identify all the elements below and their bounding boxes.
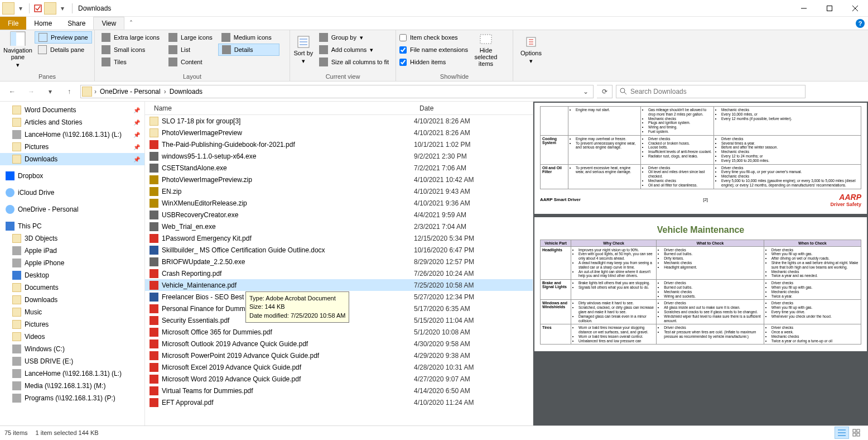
refresh-button[interactable]: ⟳ (597, 85, 613, 98)
nav-item[interactable]: USB DRIVE (E:) (0, 355, 144, 367)
file-row[interactable]: Virtual Teams for Dummies.pdf4/14/2020 6… (145, 385, 533, 396)
breadcrumb-seg-onedrive[interactable]: OneDrive - Personal (98, 88, 163, 95)
hidden-items-toggle[interactable]: Hidden items (399, 56, 468, 68)
nav-item[interactable]: Pictures (0, 318, 144, 331)
qat-dropdown-icon[interactable]: ▾ (16, 3, 26, 13)
nav-item[interactable]: Pictures📌 (0, 141, 144, 153)
file-row[interactable]: Vehicle_Maintenance.pdf7/25/2020 10:58 A… (145, 279, 533, 291)
file-row[interactable]: Security Essentials.pdf5/15/2020 11:04 A… (145, 314, 533, 326)
nav-item[interactable]: Music (0, 306, 144, 318)
nav-item[interactable]: Programs (\\192.168.1.31) (P:) (0, 392, 144, 404)
add-columns-button[interactable]: Add columns ▾ (316, 44, 392, 56)
file-row[interactable]: Microsoft PowerPoint 2019 Advance Quick … (145, 350, 533, 361)
column-name[interactable]: Name (150, 104, 415, 112)
nav-item[interactable]: LanceHome (\\192.168.1.31) (L:)📌 (0, 128, 144, 141)
properties-icon[interactable] (33, 3, 43, 13)
file-row[interactable]: PhotoViewerImagePreview.zip4/10/2021 10:… (145, 174, 533, 185)
breadcrumb[interactable]: › OneDrive - Personal › Downloads ⌄ (80, 85, 594, 98)
sort-by-button[interactable]: Sort by▾ (293, 31, 314, 68)
details-view-icon[interactable] (835, 427, 849, 439)
breadcrumb-dropdown-icon[interactable]: ⌄ (580, 88, 592, 95)
hide-selected-button[interactable]: Hide selected items (470, 31, 501, 68)
breadcrumb-seg-downloads[interactable]: Downloads (167, 88, 205, 95)
recent-locations-button[interactable]: ▾ (42, 84, 58, 99)
details-pane-button[interactable]: Details pane (35, 44, 92, 56)
minimize-button[interactable] (791, 0, 817, 17)
file-row[interactable]: The-Paid-Publishing-Guidebook-for-2021.p… (145, 138, 533, 150)
options-button[interactable]: Options▾ (517, 31, 546, 68)
nav-item[interactable]: Word Documents📌 (0, 104, 144, 116)
small-icons-button[interactable]: Small icons (98, 44, 163, 56)
column-date[interactable]: Date (415, 104, 504, 112)
help-button[interactable]: ? (852, 17, 868, 30)
ribbon-collapse-icon[interactable]: ˄ (124, 17, 138, 30)
file-row[interactable]: Microsoft Outlook 2019 Advance Quick Gui… (145, 338, 533, 350)
nav-item[interactable]: LanceHome (\\192.168.1.31) (L:) (0, 367, 144, 380)
file-row[interactable]: Microsoft Word 2019 Advance Quick Guide.… (145, 373, 533, 385)
nav-item[interactable]: Downloads📌 (0, 153, 144, 165)
medium-icons-button[interactable]: Medium icons (218, 31, 279, 44)
chevron-right-icon[interactable]: › (94, 88, 97, 95)
large-icons-button[interactable]: Large icons (165, 31, 216, 44)
file-row[interactable]: EN.zip4/10/2021 9:43 AM (145, 185, 533, 197)
nav-item[interactable]: 3D Objects (0, 232, 144, 245)
qat-more-icon[interactable]: ▾ (57, 3, 67, 13)
file-extensions-toggle[interactable]: File name extensions (399, 44, 468, 56)
back-button[interactable]: ← (4, 84, 20, 99)
nav-item[interactable]: Downloads (0, 294, 144, 306)
file-row[interactable]: Microsoft Excel 2019 Advance Quick Guide… (145, 361, 533, 373)
file-row[interactable]: Freelancer Bios - SEO Best Pr...5/27/202… (145, 291, 533, 303)
content-button[interactable]: Content (165, 56, 216, 68)
chevron-right-icon[interactable]: › (164, 88, 166, 95)
nav-item[interactable]: Media (\\192.168.1.31) (M:) (0, 380, 144, 392)
nav-item[interactable]: Apple iPad (0, 245, 144, 257)
nav-item[interactable]: iCloud Drive (0, 186, 144, 199)
search-input[interactable] (630, 88, 802, 95)
forward-button[interactable]: → (23, 84, 39, 99)
file-rows[interactable]: SLO 17-18 pix for group[3]4/10/2021 8:26… (145, 115, 533, 425)
preview-pane[interactable]: Engine may not start.Gas mileage shouldn… (533, 102, 868, 425)
new-folder-icon[interactable] (44, 2, 56, 15)
tab-file[interactable]: File (0, 17, 26, 30)
up-button[interactable]: ↑ (61, 84, 77, 99)
nav-item[interactable]: Articles and Stories📌 (0, 116, 144, 128)
item-checkboxes-toggle[interactable]: Item check boxes (399, 31, 468, 44)
navigation-pane-button[interactable]: Navigation pane▾ (3, 31, 32, 68)
tab-share[interactable]: Share (60, 17, 93, 30)
tab-view[interactable]: View (93, 17, 124, 30)
tiles-button[interactable]: Tiles (98, 56, 163, 68)
file-row[interactable]: WinXMenuEditorRelease.zip4/10/2021 9:36 … (145, 197, 533, 209)
search-box[interactable] (616, 85, 806, 98)
file-row[interactable]: 1Password Emergency Kit.pdf12/15/2020 5:… (145, 232, 533, 244)
list-button[interactable]: List (165, 44, 216, 56)
file-row[interactable]: PhotoViewerImagePreview4/10/2021 8:26 AM (145, 127, 533, 138)
file-row[interactable]: CSETStandAlone.exe7/2/2021 7:06 AM (145, 162, 533, 174)
nav-item[interactable]: Windows (C:) (0, 343, 144, 355)
nav-item[interactable]: Videos (0, 331, 144, 343)
file-row[interactable]: BRIOFWUpdate_2.2.50.exe8/29/2020 12:57 P… (145, 256, 533, 267)
nav-item[interactable]: Desktop (0, 269, 144, 281)
file-row[interactable]: Skillbuilder_ MS Office Certification Gu… (145, 244, 533, 256)
thumbnails-view-icon[interactable] (849, 427, 864, 439)
group-by-button[interactable]: Group by ▾ (316, 31, 392, 44)
file-row[interactable]: Web_Trial_en.exe2/3/2021 7:04 AM (145, 221, 533, 232)
file-row[interactable]: EFT Approval.pdf4/10/2020 11:24 AM (145, 396, 533, 408)
maximize-button[interactable] (817, 0, 842, 17)
file-row[interactable]: Crash Reporting.pdf7/26/2020 10:24 AM (145, 267, 533, 279)
file-row[interactable]: USBRecoveryCreator.exe4/4/2021 9:59 AM (145, 209, 533, 221)
size-columns-button[interactable]: Size all columns to fit (316, 56, 392, 68)
file-row[interactable]: Microsoft Office 365 for Dummies.pdf5/1/… (145, 326, 533, 338)
close-button[interactable] (842, 0, 868, 17)
nav-item[interactable]: Documents (0, 281, 144, 294)
details-view-button[interactable]: Details (218, 44, 279, 56)
preview-pane-button[interactable]: Preview pane (35, 31, 92, 44)
nav-item[interactable]: Dropbox (0, 170, 144, 182)
file-row[interactable]: windows95-1.1.0-setup-x64.exe9/2/2021 2:… (145, 150, 533, 162)
file-row[interactable]: SLO 17-18 pix for group[3]4/10/2021 8:26… (145, 115, 533, 127)
nav-item[interactable]: This PC (0, 220, 144, 232)
navigation-tree[interactable]: Word Documents📌Articles and Stories📌Lanc… (0, 102, 145, 425)
file-row[interactable]: Personal Finance for Dummi...5/17/2020 6… (145, 303, 533, 314)
tab-home[interactable]: Home (26, 17, 60, 30)
nav-item[interactable]: OneDrive - Personal (0, 203, 144, 216)
extra-large-icons-button[interactable]: Extra large icons (98, 31, 163, 44)
